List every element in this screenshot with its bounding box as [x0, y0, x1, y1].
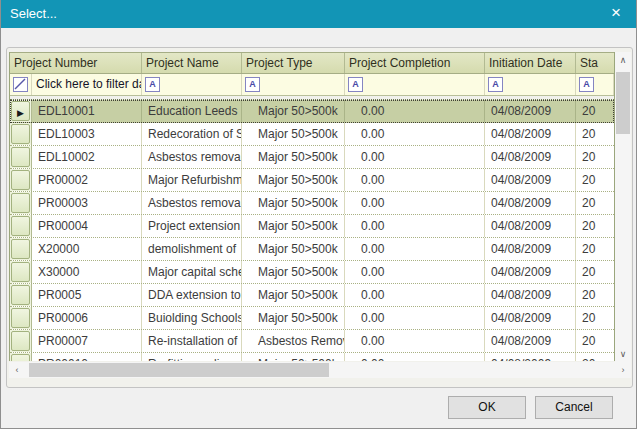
- row-selector[interactable]: ▶: [10, 123, 32, 145]
- cell-initiation-date[interactable]: 04/08/2009: [485, 146, 576, 168]
- row-selector[interactable]: ▶: [10, 238, 32, 260]
- row-selector[interactable]: ▶: [10, 307, 32, 329]
- cell-project-type[interactable]: Major 50>500k: [242, 261, 345, 283]
- cell-project-type[interactable]: Major 50>500k: [242, 284, 345, 306]
- table-row[interactable]: ▶ PR00006 Buiolding Schools Major 50>500…: [10, 307, 614, 330]
- horizontal-scrollbar[interactable]: ‹ ›: [9, 362, 631, 378]
- cell-project-type[interactable]: Major 50>500k: [242, 123, 345, 145]
- cell-project-completion[interactable]: 0.00: [345, 353, 485, 361]
- column-header-project-name[interactable]: Project Name: [142, 53, 242, 73]
- cell-status[interactable]: 20: [576, 238, 614, 260]
- cell-project-completion[interactable]: 0.00: [345, 307, 485, 329]
- cell-project-number[interactable]: EDL10001: [32, 100, 142, 122]
- cell-project-type[interactable]: Major 50>500k: [242, 146, 345, 168]
- ok-button[interactable]: OK: [448, 396, 526, 419]
- cell-project-completion[interactable]: 0.00: [345, 238, 485, 260]
- scroll-up-icon[interactable]: ∧: [615, 52, 631, 68]
- cell-project-name[interactable]: Re-installation of: [142, 330, 242, 352]
- cell-project-number[interactable]: EDL10003: [32, 123, 142, 145]
- text-filter-icon[interactable]: A: [488, 77, 503, 92]
- cell-project-number[interactable]: PR00007: [32, 330, 142, 352]
- cell-project-name[interactable]: Asbestos removal: [142, 146, 242, 168]
- cell-status[interactable]: 20: [576, 330, 614, 352]
- table-row[interactable]: ▶ PR00007 Re-installation of Asbestos Re…: [10, 330, 614, 353]
- cell-project-type[interactable]: Major 50>500k: [242, 169, 345, 191]
- scroll-left-icon[interactable]: ‹: [9, 362, 25, 378]
- cell-project-completion[interactable]: 0.00: [345, 146, 485, 168]
- cell-project-completion[interactable]: 0.00: [345, 261, 485, 283]
- vertical-scrollbar[interactable]: ∧ ∨: [615, 52, 631, 362]
- table-row[interactable]: ▶ PR00003 Asbestos removal Major 50>500k…: [10, 192, 614, 215]
- row-selector[interactable]: ▶: [10, 100, 32, 122]
- cell-status[interactable]: 20: [576, 169, 614, 191]
- cell-status[interactable]: 20: [576, 261, 614, 283]
- text-filter-icon[interactable]: A: [348, 77, 363, 92]
- cell-project-number[interactable]: PR00010: [32, 353, 142, 361]
- filter-cell-project-completion[interactable]: A: [345, 74, 485, 95]
- table-row[interactable]: ▶ X20000 demolishment of Major 50>500k 0…: [10, 238, 614, 261]
- row-selector[interactable]: ▶: [10, 215, 32, 237]
- table-row[interactable]: ▶ PR0005 DDA extension to Major 50>500k …: [10, 284, 614, 307]
- cell-project-completion[interactable]: 0.00: [345, 215, 485, 237]
- table-row[interactable]: ▶ EDL10001 Education Leeds Major 50>500k…: [10, 100, 614, 123]
- cell-initiation-date[interactable]: 04/08/2009: [485, 353, 576, 361]
- cell-status[interactable]: 20: [576, 192, 614, 214]
- cell-status[interactable]: 20: [576, 100, 614, 122]
- table-row[interactable]: ▶ EDL10002 Asbestos removal Major 50>500…: [10, 146, 614, 169]
- cell-status[interactable]: 20: [576, 146, 614, 168]
- cell-status[interactable]: 20: [576, 215, 614, 237]
- cell-status[interactable]: 20: [576, 284, 614, 306]
- cell-project-number[interactable]: PR00004: [32, 215, 142, 237]
- filter-cell-initiation-date[interactable]: A: [485, 74, 576, 95]
- filter-prompt[interactable]: Click here to filter data...: [32, 74, 142, 95]
- cell-project-number[interactable]: PR0005: [32, 284, 142, 306]
- column-header-status[interactable]: Sta: [576, 53, 614, 73]
- cell-project-name[interactable]: Education Leeds: [142, 100, 242, 122]
- cell-initiation-date[interactable]: 04/08/2009: [485, 123, 576, 145]
- cell-project-type[interactable]: Major 50>500k: [242, 307, 345, 329]
- horizontal-scrollbar-thumb[interactable]: [29, 363, 329, 377]
- filter-cell-status[interactable]: A: [576, 74, 614, 95]
- cell-project-type[interactable]: Major 50>500k: [242, 192, 345, 214]
- cell-project-completion[interactable]: 0.00: [345, 330, 485, 352]
- close-icon[interactable]: ×: [601, 0, 631, 28]
- cell-initiation-date[interactable]: 04/08/2009: [485, 261, 576, 283]
- column-header-project-type[interactable]: Project Type: [242, 53, 345, 73]
- filter-clear-cell[interactable]: [10, 74, 32, 95]
- cell-project-number[interactable]: PR00006: [32, 307, 142, 329]
- cell-project-name[interactable]: Project extension: [142, 215, 242, 237]
- column-header-initiation-date[interactable]: Initiation Date: [485, 53, 576, 73]
- table-row[interactable]: ▶ EDL10003 Redecoration of S Major 50>50…: [10, 123, 614, 146]
- scroll-down-icon[interactable]: ∨: [615, 346, 631, 362]
- text-filter-icon[interactable]: A: [245, 77, 260, 92]
- row-selector[interactable]: ▶: [10, 192, 32, 214]
- row-selector[interactable]: ▶: [10, 169, 32, 191]
- table-row[interactable]: ▶ PR00004 Project extension Major 50>500…: [10, 215, 614, 238]
- row-selector[interactable]: ▶: [10, 146, 32, 168]
- cell-project-completion[interactable]: 0.00: [345, 192, 485, 214]
- column-header-project-number[interactable]: Project Number: [10, 53, 142, 73]
- cell-project-name[interactable]: DDA extension to: [142, 284, 242, 306]
- cell-project-type[interactable]: Major 50>500k: [242, 100, 345, 122]
- cell-project-number[interactable]: PR00003: [32, 192, 142, 214]
- cell-initiation-date[interactable]: 04/08/2009: [485, 238, 576, 260]
- vertical-scrollbar-thumb[interactable]: [616, 72, 630, 134]
- cell-initiation-date[interactable]: 04/08/2009: [485, 330, 576, 352]
- cancel-button[interactable]: Cancel: [535, 396, 613, 419]
- cell-initiation-date[interactable]: 04/08/2009: [485, 100, 576, 122]
- cell-initiation-date[interactable]: 04/08/2009: [485, 307, 576, 329]
- cell-project-number[interactable]: EDL10002: [32, 146, 142, 168]
- cell-project-name[interactable]: demolishment of: [142, 238, 242, 260]
- cell-status[interactable]: 20: [576, 353, 614, 361]
- cell-project-completion[interactable]: 0.00: [345, 169, 485, 191]
- scroll-right-icon[interactable]: ›: [615, 362, 631, 378]
- cell-project-name[interactable]: Re-fitting radi: [142, 353, 242, 361]
- cell-project-type[interactable]: Major 50>500k: [242, 215, 345, 237]
- table-row[interactable]: ▶ X30000 Major capital sche Major 50>500…: [10, 261, 614, 284]
- cell-project-type[interactable]: Major 50>500k: [242, 353, 345, 361]
- cell-initiation-date[interactable]: 04/08/2009: [485, 192, 576, 214]
- row-selector[interactable]: ▶: [10, 284, 32, 306]
- cell-project-name[interactable]: Buiolding Schools: [142, 307, 242, 329]
- table-row[interactable]: ▶ PR00010 Re-fitting radi Major 50>500k …: [10, 353, 614, 361]
- cell-project-name[interactable]: Major capital sche: [142, 261, 242, 283]
